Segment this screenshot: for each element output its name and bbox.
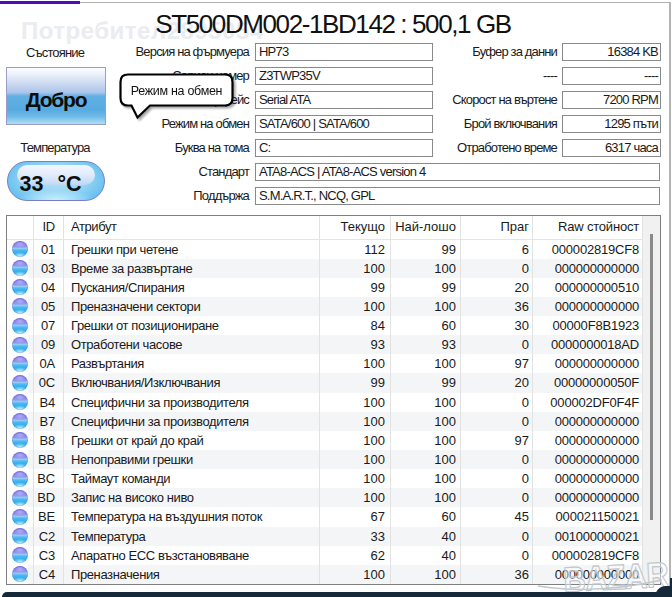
svg-text:BAZAR: BAZAR xyxy=(562,555,669,597)
svg-text:Режим на обмен: Режим на обмен xyxy=(131,84,223,98)
